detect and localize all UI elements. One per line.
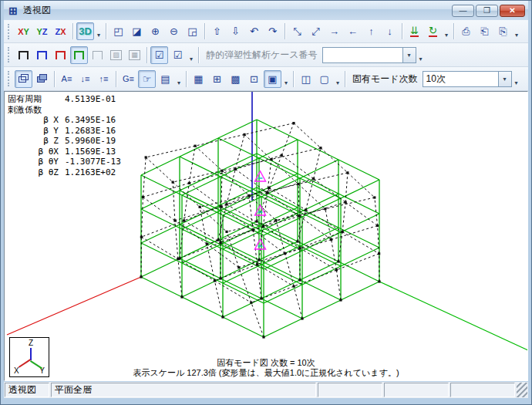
close-button[interactable]: ✕ xyxy=(500,5,525,17)
sort-asc-button[interactable]: ↑≡ xyxy=(95,70,113,88)
axis-z-label: Z xyxy=(29,339,33,347)
portal-frame-green-icon xyxy=(74,51,84,59)
print-dropdown[interactable]: ▾ xyxy=(513,32,520,39)
analysis-case-label: 静的弾塑性解析ケース番号 xyxy=(206,49,318,62)
minimize-button[interactable]: — xyxy=(452,5,474,17)
pick-button[interactable]: ☞ xyxy=(138,70,156,88)
separator xyxy=(72,23,73,39)
rotate-down-button[interactable]: ⇩ xyxy=(227,22,244,40)
expand-button[interactable]: ⤢ xyxy=(307,22,325,40)
beta-value: 1.2163E+02 xyxy=(65,167,116,178)
zoom-in-icon: ⊕ xyxy=(151,25,160,37)
status-view-text: 透視図 xyxy=(8,383,36,397)
rotate-ccw-icon: ↶ xyxy=(250,25,258,37)
ground-pan-button[interactable]: ⇊ xyxy=(406,22,423,40)
rotate-cw-button[interactable]: ↷ xyxy=(264,22,281,40)
beta-label: β X xyxy=(8,115,59,126)
check-edit2-icon: ☑ xyxy=(173,49,183,61)
door-icon: ◫ xyxy=(301,73,310,85)
zoom-window-button[interactable]: ◲ xyxy=(184,22,201,40)
view-3d-dropdown[interactable]: ▾ xyxy=(95,32,103,39)
toolbar-grip[interactable] xyxy=(8,71,12,86)
separator xyxy=(186,71,187,87)
annotate-dropdown[interactable]: ▾ xyxy=(187,56,195,62)
print-button[interactable]: ⎙ xyxy=(457,22,475,40)
ground-pan-icon: ⇊ xyxy=(410,26,419,37)
mode-order-combo[interactable]: 10次 ▾ xyxy=(423,71,512,87)
screen-view-button[interactable]: ▢ xyxy=(315,70,333,88)
move-right-button[interactable]: → xyxy=(325,22,343,40)
analysis-case-combo-arrow[interactable]: ▾ xyxy=(402,48,416,62)
move-left-button[interactable]: ← xyxy=(344,22,362,40)
arrow-left-icon: ← xyxy=(348,25,358,37)
move-down-button[interactable]: ↓ xyxy=(381,22,399,40)
toolbar-view: XY YZ ZX 3D ▾ ◰ ◪ ⊕ ⊖ ◲ ⇧ ⇩ ↶ ↷ ⤡ ⤢ → ← … xyxy=(4,20,528,43)
view-3d-button[interactable]: 3D xyxy=(76,22,94,40)
shrink-button[interactable]: ⤡ xyxy=(288,22,306,40)
beta-label: β θZ xyxy=(8,167,59,178)
grid-box-button[interactable]: ▣ xyxy=(264,70,281,88)
separator xyxy=(106,23,106,39)
zoom-in-button[interactable]: ⊕ xyxy=(146,22,164,40)
frame-black-button[interactable] xyxy=(15,46,32,64)
status-empty-cell xyxy=(318,383,382,397)
portal-frame-icon xyxy=(19,51,29,59)
toolbar3-overflow[interactable]: ▾ xyxy=(513,79,520,86)
view-yz-button[interactable]: YZ xyxy=(33,22,51,40)
list-view-button[interactable]: ▤ xyxy=(157,70,174,88)
grid-dropdown[interactable]: ▾ xyxy=(282,79,290,86)
rotate-ccw-button[interactable]: ↶ xyxy=(245,22,263,40)
group-list-button[interactable]: G≡ xyxy=(120,70,137,88)
restore-button[interactable]: ❐ xyxy=(476,5,498,17)
view-zx-button[interactable]: ZX xyxy=(52,22,69,40)
stimulus-label: 刺激係数 xyxy=(8,105,59,116)
ground-rotate-button[interactable]: ↻ xyxy=(424,22,442,40)
3d-icon: 3D xyxy=(79,25,92,37)
ground-dropdown[interactable]: ▾ xyxy=(443,32,450,39)
resize-grip[interactable] xyxy=(517,383,527,397)
toolbar-grip[interactable] xyxy=(8,47,12,62)
annotate-toggle-button[interactable]: ☑ xyxy=(150,46,168,64)
print-preview-button[interactable]: ⎗ xyxy=(476,22,493,40)
frame-red-button[interactable] xyxy=(52,46,69,64)
list-dropdown[interactable]: ▾ xyxy=(175,79,183,86)
copy-button[interactable]: ⎘ xyxy=(494,22,512,40)
statusbar: 透視図 平面全層 xyxy=(4,382,528,398)
beta-label: β θY xyxy=(8,157,59,167)
wire-view-button[interactable] xyxy=(15,70,32,88)
sort-desc-button[interactable]: ↓≡ xyxy=(76,70,94,88)
sort-name-button[interactable]: A≡ xyxy=(58,70,76,88)
view-zx-label-x: X xyxy=(60,27,66,36)
screen-dropdown[interactable]: ▾ xyxy=(334,79,342,86)
page-prev-button[interactable]: ◫ xyxy=(297,70,315,88)
annotate-alt-button[interactable]: ☑ xyxy=(169,46,187,64)
redraw-button[interactable]: ◪ xyxy=(128,22,146,40)
grid-point-button[interactable]: ⊡ xyxy=(245,70,263,88)
zoom-out-button[interactable]: ⊖ xyxy=(165,22,183,40)
view-canvas[interactable]: 固有周期 4.5139E-01 刺激係数 β X6.3495E-16 β Y1.… xyxy=(4,91,528,381)
solid-view-button[interactable] xyxy=(33,70,51,88)
grid-denser-button[interactable]: ▩ xyxy=(227,70,244,88)
analysis-case-combo[interactable]: ▾ xyxy=(322,47,416,63)
arrow-up-icon: ↑ xyxy=(369,25,374,37)
group-list-icon: G≡ xyxy=(123,74,134,83)
portal-frame-red-icon xyxy=(56,51,66,59)
grid-sparse-button[interactable]: ⊞ xyxy=(208,70,226,88)
frame-green-button[interactable] xyxy=(70,46,88,64)
move-up-button[interactable]: ↑ xyxy=(362,22,380,40)
toolbar-grip[interactable] xyxy=(8,24,12,39)
view-xy-button[interactable]: XY xyxy=(15,22,32,40)
status-plane-text: 平面全層 xyxy=(55,383,92,397)
sort-name-icon: A≡ xyxy=(62,74,72,83)
mode-order-combo-arrow[interactable]: ▾ xyxy=(498,72,511,86)
solid-cube-icon xyxy=(37,74,48,83)
fit-view-button[interactable]: ◰ xyxy=(109,22,127,40)
frame-blue-button[interactable] xyxy=(33,46,51,64)
toolbar2-overflow[interactable]: ▾ xyxy=(417,56,425,62)
grid-dense-button[interactable]: ▦ xyxy=(190,70,207,88)
sort-asc-icon: ↑≡ xyxy=(99,74,109,83)
ground-rotate-icon: ↻ xyxy=(429,26,437,37)
image-icon: ◪ xyxy=(132,25,141,37)
titlebar: ⊞ 透視図 — ❐ ✕ xyxy=(4,1,528,20)
rotate-up-button[interactable]: ⇧ xyxy=(208,22,226,40)
